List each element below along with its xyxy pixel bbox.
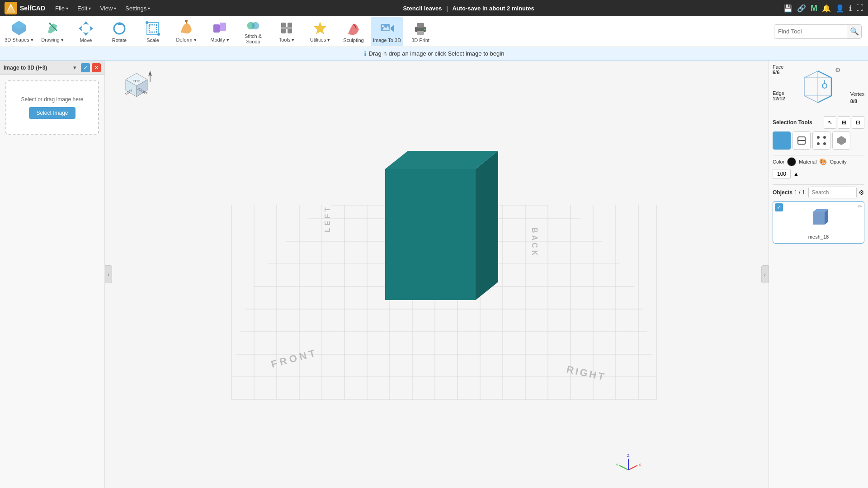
image-to-3d-icon — [379, 20, 395, 37]
face-stat: Face 6/6 — [773, 64, 785, 75]
help-icon[interactable]: ℹ — [849, 4, 852, 13]
right-panel: Face 6/6 Edge 12/12 — [769, 61, 868, 488]
modify-tool[interactable]: Modify ▾ — [203, 17, 236, 46]
viewport-grid: FRONT RIGHT LEFT BACK — [105, 61, 769, 488]
autosave-text: Auto-save in about 2 minutes — [452, 5, 534, 12]
image-to-3d-tool[interactable]: Image To 3D — [371, 17, 403, 46]
select-image-button[interactable]: Select Image — [29, 107, 75, 119]
solid-mode-btn[interactable] — [832, 131, 850, 150]
material-icon[interactable]: 🎨 — [819, 158, 827, 165]
svg-line-81 — [818, 71, 831, 78]
3d-object-right — [476, 151, 498, 300]
save-icon[interactable]: 💾 — [783, 4, 793, 13]
image-drop-zone[interactable]: Select or drag image here Select Image — [5, 80, 99, 135]
share-icon[interactable]: 🔗 — [797, 4, 806, 13]
find-tool-input[interactable] — [774, 25, 847, 38]
svg-point-93 — [817, 142, 820, 145]
svg-text:Y: Y — [616, 463, 618, 467]
object-edit-icon[interactable]: ✏ — [858, 203, 862, 210]
svg-point-91 — [823, 136, 826, 139]
rotate-tool[interactable]: Rotate — [103, 17, 136, 46]
drawing-icon — [44, 20, 61, 36]
sculpting-tool[interactable]: Sculpting — [337, 17, 370, 46]
move-icon — [78, 20, 94, 37]
svg-rect-17 — [213, 24, 220, 33]
3d-print-icon — [412, 20, 429, 37]
compass-up — [146, 70, 155, 84]
mode-buttons — [773, 131, 864, 150]
notification-icon[interactable]: 🔔 — [822, 4, 831, 13]
header-right-icons: 💾 🔗 M 🔔 👤 ℹ ⛶ — [783, 4, 863, 13]
svg-rect-30 — [417, 23, 424, 28]
selection-tools-header: Selection Tools ↖ ⊞ ⊡ — [773, 116, 864, 129]
color-swatch[interactable] — [787, 157, 796, 166]
objects-gear-btn[interactable]: ⚙ — [859, 189, 864, 196]
deform-icon — [178, 20, 194, 36]
scale-icon — [145, 20, 161, 37]
modify-icon — [212, 20, 228, 36]
svg-point-14 — [157, 33, 160, 36]
object-thumb-svg — [806, 206, 832, 232]
object-thumbnail — [805, 205, 832, 232]
compass-up-icon — [146, 70, 155, 83]
edge-mode-btn[interactable] — [793, 131, 811, 150]
status-bar: ℹ Drag-n-drop an image or click Select i… — [0, 47, 868, 61]
settings-menu[interactable]: Settings ▾ — [122, 3, 154, 14]
edge-mode-icon — [796, 135, 807, 146]
3d-print-tool[interactable]: 3D Print — [404, 17, 437, 46]
app-logo: SelfCAD — [5, 2, 45, 14]
svg-text:⚙: ⚙ — [835, 66, 840, 74]
panel-dropdown-btn[interactable]: ▾ — [70, 63, 79, 72]
collapse-left-panel-btn[interactable]: ‹ — [105, 265, 112, 283]
object-item-mesh18[interactable]: ✓ ✏ mesh_18 — [773, 201, 864, 244]
selfcad-logo-icon — [5, 2, 17, 14]
view-menu[interactable]: View ▾ — [96, 3, 120, 14]
m-icon[interactable]: M — [811, 4, 817, 13]
drawing-tool[interactable]: Drawing ▾ — [36, 17, 69, 46]
3d-object-top — [385, 151, 498, 169]
divider-2 — [773, 155, 864, 155]
collapse-right-panel-btn[interactable]: › — [761, 265, 769, 283]
svg-rect-23 — [281, 27, 292, 29]
svg-point-13 — [146, 21, 148, 24]
status-message: Drag-n-drop an image or click Select ima… — [369, 50, 505, 57]
edit-menu[interactable]: Edit ▾ — [74, 3, 94, 14]
svg-marker-7 — [83, 21, 89, 36]
selection-tool-btn-1[interactable]: ↖ — [824, 116, 836, 129]
vertex-mode-btn[interactable] — [812, 131, 830, 150]
opacity-input[interactable] — [773, 169, 791, 179]
panel-close-btn[interactable]: ✕ — [92, 63, 101, 72]
settings-caret: ▾ — [148, 6, 150, 11]
viewport: FRONT RIGHT LEFT BACK TOP FRONT LEFT — [105, 61, 769, 488]
shape-info-row: Face 6/6 Edge 12/12 — [773, 64, 864, 109]
objects-search-input[interactable] — [809, 187, 857, 198]
view-caret: ▾ — [114, 6, 116, 11]
tools-tool[interactable]: Tools ▾ — [270, 17, 303, 46]
scale-tool[interactable]: Scale — [137, 17, 169, 46]
project-name: Stencil leaves — [403, 5, 442, 12]
file-menu[interactable]: File ▾ — [52, 3, 72, 14]
utilities-tool[interactable]: Utilities ▾ — [304, 17, 336, 46]
selection-tool-btn-2[interactable]: ⊞ — [838, 116, 850, 129]
svg-marker-28 — [391, 25, 394, 32]
divider-3 — [773, 184, 864, 185]
drop-zone-text: Select or drag image here — [21, 96, 83, 103]
3d-shapes-tool[interactable]: 3D Shapes ▾ — [3, 17, 35, 46]
selection-tool-btn-3[interactable]: ⊡ — [852, 116, 864, 129]
svg-marker-8 — [79, 26, 93, 31]
svg-marker-95 — [813, 212, 825, 225]
stitch-scoop-tool[interactable]: Stitch & Scoop — [237, 17, 269, 46]
color-material-row: Color Material 🎨 Opacity ▲ — [773, 157, 864, 179]
find-tool-button[interactable]: 🔍 — [847, 25, 861, 38]
svg-rect-18 — [220, 23, 226, 31]
fullscreen-icon[interactable]: ⛶ — [856, 4, 863, 12]
right-label: RIGHT — [566, 363, 607, 383]
face-mode-btn[interactable] — [773, 131, 791, 150]
menu-bar: SelfCAD File ▾ Edit ▾ View ▾ Settings ▾ … — [0, 0, 868, 16]
opacity-spinner-up[interactable]: ▲ — [793, 171, 799, 177]
move-tool[interactable]: Move — [70, 17, 102, 46]
user-icon[interactable]: 👤 — [835, 4, 844, 13]
deform-tool[interactable]: Deform ▾ — [170, 17, 203, 46]
edge-stat: Edge 12/12 — [773, 90, 785, 101]
panel-confirm-btn[interactable]: ✓ — [81, 63, 90, 72]
